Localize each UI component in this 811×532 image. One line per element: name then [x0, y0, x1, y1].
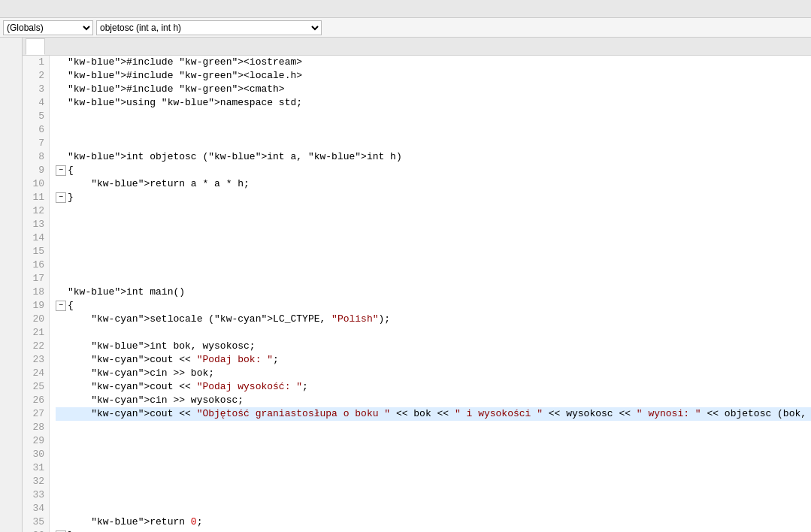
code-line: −} [56, 191, 811, 204]
code-line: "kw-blue">using "kw-blue">namespace std; [56, 96, 811, 110]
code-text: "kw-blue">#include "kw-green"><cmath> [68, 83, 285, 96]
code-line [56, 231, 811, 245]
code-line: "kw-blue">#include "kw-green"><locale.h> [56, 69, 811, 83]
code-line: −} [56, 529, 811, 532]
line-number: 18 [29, 286, 44, 299]
fold-marker[interactable]: − [56, 301, 66, 311]
line-number: 7 [29, 137, 44, 150]
code-line: "kw-cyan">setlocale ("kw-cyan">LC_CTYPE,… [56, 313, 811, 326]
code-line: "kw-cyan">cin >> bok; [56, 367, 811, 380]
code-text: "kw-cyan">cout << "Podaj wysokość: "; [68, 380, 308, 394]
code-line: −{ [56, 299, 811, 313]
code-text: "kw-blue">return 0; [68, 515, 202, 529]
code-text: { [68, 164, 74, 177]
code-text: "kw-blue">int objetosc ("kw-blue">int a,… [68, 150, 402, 164]
line-number: 5 [29, 110, 44, 123]
code-text: "kw-blue">#include "kw-green"><locale.h> [68, 69, 302, 83]
line-number: 36 [29, 529, 44, 532]
code-line [56, 245, 811, 258]
code-line [56, 502, 811, 515]
code-line [56, 110, 811, 123]
line-numbers: 1234567891011121314151617181920212223242… [23, 56, 50, 532]
code-line [56, 204, 811, 218]
code-text: "kw-cyan">cout << "Podaj bok: "; [68, 353, 279, 367]
fold-marker[interactable]: − [56, 165, 66, 176]
code-area[interactable]: 1234567891011121314151617181920212223242… [23, 56, 811, 532]
line-number: 9 [29, 164, 44, 177]
line-number: 27 [29, 407, 44, 421]
line-number: 25 [29, 380, 44, 394]
line-number: 10 [29, 177, 44, 191]
line-number: 21 [29, 326, 44, 340]
line-number: 35 [29, 515, 44, 529]
sidebar [0, 38, 23, 532]
code-text: "kw-blue">#include "kw-green"><iostream> [68, 56, 302, 69]
line-number: 19 [29, 299, 44, 313]
line-number: 34 [29, 502, 44, 515]
code-text: "kw-blue">int main() [68, 286, 185, 299]
line-number: 26 [29, 394, 44, 407]
code-line [56, 475, 811, 488]
file-tab[interactable] [26, 38, 45, 55]
code-line: "kw-cyan">cout << "Podaj wysokość: "; [56, 380, 811, 394]
code-line: "kw-cyan">cin >> wysokosc; [56, 394, 811, 407]
code-text: "kw-cyan">cin >> wysokosc; [68, 394, 244, 407]
code-text: } [68, 191, 74, 204]
line-number: 1 [29, 56, 44, 69]
code-line [56, 137, 811, 150]
function-dropdown[interactable]: objetosc (int a, int h) [96, 20, 322, 35]
line-number: 11 [29, 191, 44, 204]
line-number: 31 [29, 461, 44, 475]
code-line [56, 272, 811, 286]
line-number: 17 [29, 272, 44, 286]
code-line: "kw-blue">return a * a * h; [56, 177, 811, 191]
code-line: "kw-blue">#include "kw-green"><cmath> [56, 83, 811, 96]
code-content[interactable]: "kw-blue">#include "kw-green"><iostream>… [50, 56, 811, 532]
code-line [56, 218, 811, 231]
line-number: 8 [29, 150, 44, 164]
line-number: 32 [29, 475, 44, 488]
globals-dropdown[interactable]: (Globals) [3, 20, 93, 35]
tab-bar [23, 38, 811, 56]
code-line [56, 434, 811, 448]
code-line: −{ [56, 164, 811, 177]
code-text: "kw-blue">int bok, wysokosc; [68, 340, 256, 353]
code-text: "kw-cyan">setlocale ("kw-cyan">LC_CTYPE,… [68, 313, 390, 326]
line-number: 14 [29, 231, 44, 245]
code-line: "kw-blue">int bok, wysokosc; [56, 340, 811, 353]
line-number: 30 [29, 448, 44, 461]
line-number: 12 [29, 204, 44, 218]
code-text: } [68, 529, 74, 532]
code-text: "kw-cyan">cin >> bok; [68, 367, 214, 380]
code-text: { [68, 299, 74, 313]
line-number: 33 [29, 488, 44, 502]
code-line: "kw-blue">#include "kw-green"><iostream> [56, 56, 811, 69]
top-bar [0, 0, 811, 18]
code-line [56, 421, 811, 434]
code-line [56, 326, 811, 340]
code-line [56, 461, 811, 475]
code-line [56, 488, 811, 502]
line-number: 15 [29, 245, 44, 258]
code-line: "kw-blue">int main() [56, 286, 811, 299]
code-line: "kw-cyan">cout << "Podaj bok: "; [56, 353, 811, 367]
line-number: 23 [29, 353, 44, 367]
fold-marker-close[interactable]: − [56, 192, 66, 203]
line-number: 22 [29, 340, 44, 353]
line-number: 3 [29, 83, 44, 96]
line-number: 29 [29, 434, 44, 448]
code-line: "kw-cyan">cout << "Objętość graniastosłu… [56, 407, 811, 421]
line-number: 2 [29, 69, 44, 83]
dropdown-row: (Globals) objetosc (int a, int h) [0, 18, 811, 38]
line-number: 16 [29, 258, 44, 272]
line-number: 28 [29, 421, 44, 434]
editor-area: 1234567891011121314151617181920212223242… [0, 38, 811, 532]
code-line: "kw-blue">return 0; [56, 515, 811, 529]
line-number: 24 [29, 367, 44, 380]
line-number: 4 [29, 96, 44, 110]
code-text: "kw-blue">return a * a * h; [68, 177, 250, 191]
code-text: "kw-cyan">cout << "Objętość graniastosłu… [68, 407, 811, 421]
main-editor: 1234567891011121314151617181920212223242… [23, 38, 811, 532]
code-text: "kw-blue">using "kw-blue">namespace std; [68, 96, 302, 110]
line-number: 20 [29, 313, 44, 326]
